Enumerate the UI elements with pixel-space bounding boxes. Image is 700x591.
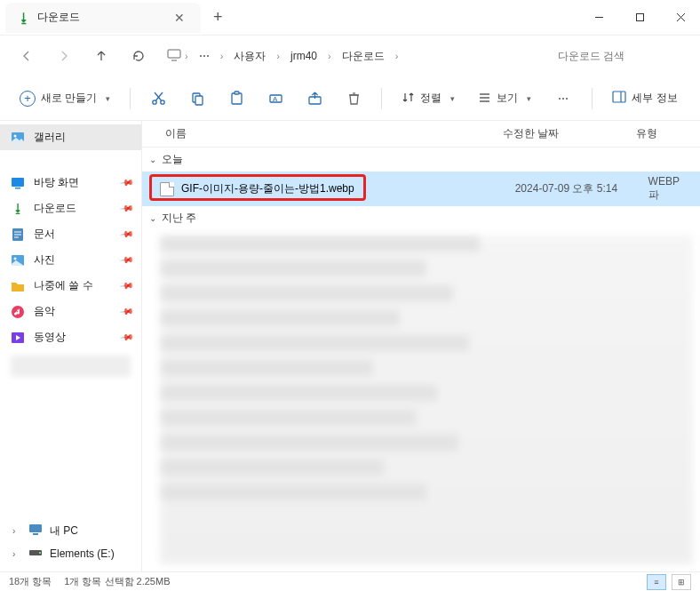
column-headers: 이름 수정한 날짜 유형 <box>142 121 700 148</box>
desktop-icon <box>11 176 25 190</box>
refresh-button[interactable] <box>121 40 156 72</box>
more-button[interactable]: ⋯ <box>545 87 581 110</box>
details-view-toggle[interactable]: ≡ <box>647 574 666 590</box>
group-lastweek[interactable]: ⌄ 지난 주 <box>142 206 700 230</box>
delete-button[interactable] <box>337 83 370 115</box>
minimize-button[interactable] <box>579 4 618 32</box>
new-button[interactable]: + 새로 만들기 ▾ <box>11 85 119 112</box>
toolbar: + 새로 만들기 ▾ A 정렬 ▾ 보기 ▾ ⋯ 세부 <box>0 76 700 121</box>
crumb-item[interactable]: 사용자 <box>227 45 273 68</box>
copy-button[interactable] <box>180 83 214 115</box>
list-icon <box>478 91 491 107</box>
new-tab-button[interactable]: + <box>201 8 235 27</box>
tab-close-button[interactable]: ✕ <box>171 9 188 27</box>
column-date[interactable]: 수정한 날짜 <box>503 126 636 141</box>
chevron-right-icon: › <box>328 51 331 61</box>
thumbnail-view-toggle[interactable]: ⊞ <box>672 574 691 590</box>
rename-button[interactable]: A <box>259 83 292 115</box>
group-today[interactable]: ⌄ 오늘 <box>142 148 700 172</box>
status-item-count: 18개 항목 <box>9 575 52 588</box>
blurred-files <box>160 236 693 564</box>
column-name[interactable]: 이름 <box>165 126 503 141</box>
sidebar-item-videos[interactable]: 동영상 📌 <box>0 324 141 350</box>
search-input[interactable] <box>549 43 691 69</box>
view-label: 보기 <box>497 91 518 106</box>
chevron-down-icon: ⌄ <box>149 213 156 223</box>
crumb-ellipsis[interactable]: ⋯ <box>192 46 217 66</box>
sidebar-item-documents[interactable]: 문서 📌 <box>0 221 141 247</box>
spacer <box>0 150 141 170</box>
chevron-down-icon: ▾ <box>450 94 455 103</box>
chevron-right-icon: › <box>220 51 224 61</box>
sidebar-tree: › 내 PC › Elements (E:) <box>0 519 141 571</box>
tree-item-label: 내 PC <box>50 523 78 539</box>
sidebar-item-pictures[interactable]: 사진 📌 <box>0 247 141 273</box>
sidebar-item-label: 사진 <box>34 252 55 268</box>
sidebar-item-label: 바탕 화면 <box>34 175 79 190</box>
pin-icon: 📌 <box>120 175 134 189</box>
crumb-item[interactable]: 다운로드 <box>335 45 392 68</box>
folder-icon <box>11 279 25 293</box>
statusbar: 18개 항목 1개 항목 선택함 2.25MB ≡ ⊞ <box>0 571 700 591</box>
sidebar-item-gallery[interactable]: 갤러리 <box>0 124 141 150</box>
status-selected: 1개 항목 선택함 2.25MB <box>64 575 170 588</box>
tree-item-label: Elements (E:) <box>50 547 115 560</box>
picture-icon <box>11 253 25 268</box>
pin-icon: 📌 <box>120 227 134 241</box>
maximize-button[interactable] <box>620 4 659 32</box>
close-button[interactable] <box>661 4 700 32</box>
svg-rect-4 <box>168 50 180 58</box>
sort-button[interactable]: 정렬 ▾ <box>393 85 464 112</box>
tree-item-drive[interactable]: › Elements (E:) <box>0 543 141 564</box>
sidebar-item-music[interactable]: 음악 📌 <box>0 299 141 324</box>
chevron-right-icon: › <box>395 51 399 61</box>
svg-rect-12 <box>232 93 242 104</box>
back-button[interactable] <box>9 40 44 72</box>
svg-point-6 <box>153 100 156 104</box>
sidebar-item-downloads[interactable]: ⭳ 다운로드 📌 <box>0 196 141 221</box>
pin-icon: 📌 <box>120 330 134 344</box>
main: 갤러리 바탕 화면 📌 ⭳ 다운로드 📌 문서 📌 사진 <box>0 121 700 571</box>
view-button[interactable]: 보기 ▾ <box>469 85 540 112</box>
sidebar-item-label: 음악 <box>34 304 55 319</box>
sidebar-item-label: 문서 <box>34 227 55 242</box>
details-pane-button[interactable]: 세부 정보 <box>603 85 686 111</box>
paste-button[interactable] <box>219 83 253 115</box>
pin-icon: 📌 <box>120 278 134 292</box>
breadcrumb[interactable]: › ⋯ › 사용자 › jrm40 › 다운로드 › <box>158 42 547 70</box>
share-button[interactable] <box>298 83 331 115</box>
group-label: 지난 주 <box>162 211 196 226</box>
forward-button[interactable] <box>46 40 82 72</box>
chevron-down-icon: ▾ <box>527 94 531 103</box>
svg-rect-22 <box>613 92 625 102</box>
file-icon <box>160 182 174 196</box>
sidebar-item-desktop[interactable]: 바탕 화면 📌 <box>0 170 141 196</box>
chevron-down-icon: ⌄ <box>149 155 156 164</box>
svg-point-33 <box>14 257 17 260</box>
column-type[interactable]: 유형 <box>636 126 700 141</box>
gallery-icon <box>11 131 25 145</box>
separator <box>130 88 131 109</box>
titlebar: ⭳ 다운로드 ✕ + <box>0 0 700 36</box>
svg-point-7 <box>161 100 164 104</box>
tree-item-pc[interactable]: › 내 PC <box>0 519 141 543</box>
sidebar-item-folder[interactable]: 나중에 쓸 수 📌 <box>0 273 141 299</box>
sidebar: 갤러리 바탕 화면 📌 ⭳ 다운로드 📌 문서 📌 사진 <box>0 121 142 571</box>
sort-icon <box>402 91 415 107</box>
chevron-right-icon: › <box>276 51 280 61</box>
file-name: GIF-이미지-용량-줄이는-방법1.webp <box>181 181 354 196</box>
blurred-item <box>11 355 131 377</box>
tab[interactable]: ⭳ 다운로드 ✕ <box>5 3 201 33</box>
up-button[interactable] <box>84 40 119 72</box>
crumb-item[interactable]: jrm40 <box>283 46 324 66</box>
details-pane-icon <box>612 91 626 106</box>
file-date: 2024-07-09 오후 5:14 <box>515 181 648 196</box>
window-controls <box>579 4 700 32</box>
download-icon: ⭳ <box>11 202 25 216</box>
file-row[interactable]: GIF-이미지-용량-줄이는-방법1.webp 2024-07-09 오후 5:… <box>142 172 700 206</box>
music-icon <box>11 305 25 319</box>
pc-icon <box>167 49 181 64</box>
svg-point-39 <box>39 552 41 554</box>
pin-icon: 📌 <box>120 304 134 318</box>
cut-button[interactable] <box>141 83 175 115</box>
